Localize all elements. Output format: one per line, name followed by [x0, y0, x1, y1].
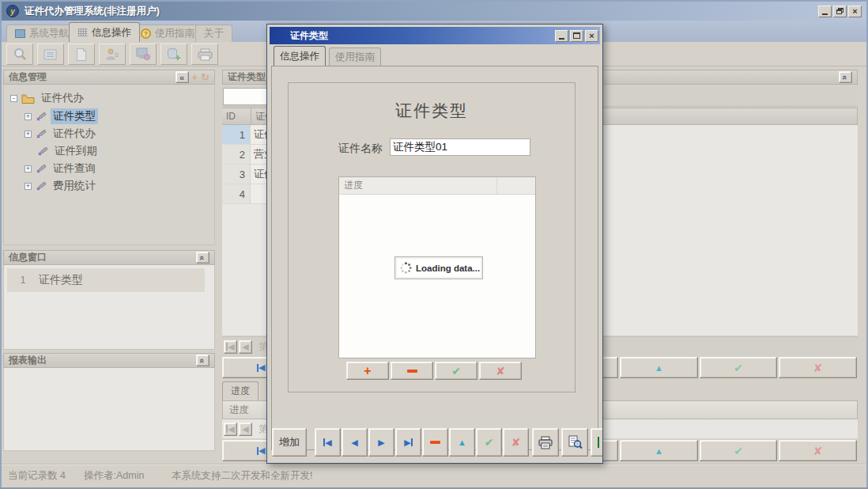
- tab-user-guide[interactable]: ? 使用指南: [132, 25, 203, 42]
- dialog-nav-first-button[interactable]: ◀: [315, 428, 341, 457]
- tree-node-label: 证件到期: [52, 143, 100, 159]
- dialog-minimize-button[interactable]: [555, 30, 568, 42]
- tree-node-label: 费用统计: [51, 178, 98, 194]
- tree-node-label: 证件查询: [51, 161, 98, 176]
- progress-edit-button[interactable]: ▲: [620, 440, 698, 461]
- row-label: 证件类型: [39, 273, 83, 287]
- progress-cancel-button[interactable]: ✘: [779, 440, 857, 461]
- dialog-nav-prev-button[interactable]: ◀: [342, 428, 368, 457]
- dialog-tab-user-guide[interactable]: 使用指南: [329, 47, 381, 66]
- close-button[interactable]: ×: [848, 6, 862, 17]
- dialog-tab-info-operation[interactable]: 信息操作: [274, 46, 326, 66]
- record-count: 当前记录数 4: [8, 469, 66, 483]
- cert-name-input[interactable]: [390, 138, 530, 156]
- dialog-confirm-button[interactable]: ✔: [476, 428, 502, 457]
- grid-cancel-button[interactable]: ✘: [779, 357, 857, 378]
- tab-info-operation[interactable]: 信息操作: [69, 22, 140, 42]
- printer-button[interactable]: [191, 44, 218, 65]
- dialog-close-button[interactable]: ×: [585, 30, 598, 42]
- tree-node-label: 证件代办: [51, 126, 98, 142]
- progress-pager-prev-button[interactable]: ◀: [239, 423, 252, 436]
- tab-system-nav[interactable]: 系统导航: [6, 25, 77, 42]
- tool-icon: [36, 180, 47, 191]
- app-logo-icon: y: [6, 5, 19, 17]
- tool-icon: [36, 128, 47, 139]
- details-button[interactable]: [37, 44, 64, 65]
- sidebar-collapse-button[interactable]: «: [175, 71, 189, 83]
- window-title: 证件代办管理系统(非注册用户): [25, 5, 160, 18]
- info-manage-title: 信息管理: [9, 70, 47, 84]
- report-output-collapse-button[interactable]: «: [196, 354, 209, 366]
- pager-first-button[interactable]: ◀: [224, 340, 237, 354]
- spinner-icon: [400, 262, 412, 274]
- grid-icon: [77, 28, 88, 37]
- dialog-nav-last-button[interactable]: ▶: [395, 428, 421, 457]
- dialog-delete-button[interactable]: [422, 428, 448, 457]
- print-preview-button[interactable]: [561, 428, 588, 457]
- add-record-button[interactable]: 增加: [272, 428, 307, 457]
- tool-icon: [36, 163, 47, 174]
- detail-add-button[interactable]: +: [346, 362, 389, 380]
- tree-node-cert-type[interactable]: + 证件类型: [25, 109, 98, 123]
- export-button[interactable]: [591, 428, 603, 457]
- progress-pager-first-button[interactable]: ◀: [224, 423, 237, 436]
- detail-confirm-button[interactable]: ✔: [435, 362, 477, 380]
- tab-about[interactable]: 关于: [195, 25, 232, 42]
- loading-text: Loading data...: [416, 263, 480, 273]
- grid-edit-button[interactable]: ▲: [620, 357, 698, 378]
- info-manage-header: 信息管理 « + ↻: [3, 70, 215, 85]
- monitor-button[interactable]: [130, 44, 157, 65]
- add-icon[interactable]: +: [192, 71, 198, 83]
- info-window-row[interactable]: 1 证件类型: [7, 268, 205, 292]
- tab-label: 关于: [204, 27, 224, 40]
- dialog-nav-next-button[interactable]: ▶: [368, 428, 394, 457]
- info-window-title: 信息窗口: [9, 251, 47, 264]
- print-button[interactable]: [532, 428, 559, 457]
- dialog-titlebar: 证件类型 ×: [270, 27, 600, 44]
- main-grid-collapse-button[interactable]: «: [839, 71, 852, 83]
- pager-prev-button[interactable]: ◀: [239, 340, 252, 354]
- tree-expander-icon[interactable]: +: [25, 113, 32, 120]
- user-button[interactable]: [99, 44, 126, 65]
- dialog-cancel-button[interactable]: ✘: [503, 428, 529, 457]
- database-add-button[interactable]: [160, 44, 187, 65]
- restore-button[interactable]: [833, 6, 847, 17]
- dialog-title: 证件类型: [290, 29, 328, 43]
- window-frame-left: [0, 0, 2, 489]
- tab-label: 使用指南: [155, 27, 194, 40]
- print-icon: [538, 436, 553, 449]
- dialog-maximize-button[interactable]: [570, 30, 583, 42]
- main-grid-title: 证件类型: [228, 70, 266, 84]
- column-header-id[interactable]: ID: [222, 108, 251, 125]
- search-button[interactable]: [6, 44, 33, 65]
- detail-delete-button[interactable]: [391, 362, 433, 380]
- detail-cancel-button[interactable]: ✘: [479, 362, 522, 380]
- titlebar: y 证件代办管理系统(非注册用户) ×: [2, 2, 866, 21]
- new-document-button[interactable]: [68, 44, 95, 65]
- tree-node-cert-agency[interactable]: + 证件代办: [25, 127, 98, 141]
- database-add-icon: [167, 47, 181, 62]
- tree-node-fee-stats[interactable]: + 费用统计: [25, 179, 98, 193]
- info-window-collapse-button[interactable]: «: [196, 252, 209, 263]
- window-controls: ×: [818, 6, 862, 17]
- progress-tab[interactable]: 进度: [222, 381, 259, 400]
- grid-confirm-button[interactable]: ✔: [700, 357, 778, 378]
- refresh-icon[interactable]: ↻: [201, 71, 209, 83]
- tree-node-cert-query[interactable]: + 证件查询: [25, 161, 98, 176]
- search-icon: [13, 47, 27, 62]
- cell-id: 1: [222, 125, 251, 145]
- cell-id: 2: [222, 145, 251, 165]
- dialog-grid-column[interactable]: 进度: [339, 177, 497, 194]
- tab-label: 信息操作: [92, 26, 131, 40]
- progress-confirm-button[interactable]: ✔: [700, 440, 778, 461]
- dialog-edit-button[interactable]: ▲: [449, 428, 475, 457]
- tree-expander-icon[interactable]: +: [25, 131, 32, 138]
- info-manage-tree: - 证件代办 + 证件类型 + 证件代办 证件到期: [3, 85, 215, 245]
- tree-node-root[interactable]: - 证件代办: [10, 91, 86, 105]
- export-icon: [598, 437, 599, 448]
- tree-expander-icon[interactable]: +: [25, 183, 32, 190]
- minimize-button[interactable]: [818, 6, 832, 17]
- tree-expander-icon[interactable]: -: [10, 95, 17, 102]
- tree-node-cert-expire[interactable]: 证件到期: [25, 144, 100, 158]
- tree-expander-icon[interactable]: +: [25, 165, 32, 172]
